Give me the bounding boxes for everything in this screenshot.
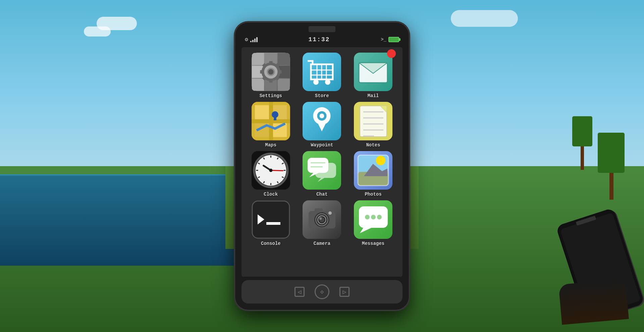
mail-label: Mail	[368, 93, 379, 98]
clock-icon[interactable]	[252, 151, 290, 190]
waypoint-icon[interactable]	[303, 102, 341, 140]
clock-display: 11:32	[308, 36, 330, 43]
app-settings[interactable]: Settings	[247, 53, 295, 98]
app-notes[interactable]: Notes	[349, 102, 397, 148]
settings-icon[interactable]	[252, 53, 290, 91]
cloud-2	[451, 10, 518, 27]
status-bar: ⚙ 11:32 >_	[245, 35, 399, 44]
maps-label: Maps	[265, 142, 277, 148]
chat-label: Chat	[316, 192, 328, 197]
water	[0, 174, 245, 266]
status-left: ⚙	[245, 36, 258, 43]
app-mail[interactable]: Mail	[349, 53, 397, 98]
cloud-1b	[84, 26, 111, 37]
battery-icon	[388, 37, 399, 42]
recent-button[interactable]: ▷	[339, 287, 350, 297]
hand	[543, 198, 644, 332]
camera-icon[interactable]	[303, 200, 341, 239]
notes-label: Notes	[366, 142, 380, 148]
signal-bar-3	[254, 39, 256, 42]
phone-body: ⚙ 11:32 >_	[235, 22, 409, 310]
console-label: Console	[261, 241, 281, 246]
back-button[interactable]: ◁	[294, 287, 305, 297]
phone-speaker	[309, 26, 335, 32]
store-icon[interactable]	[303, 53, 341, 91]
camera-label: Camera	[314, 241, 330, 246]
app-camera[interactable]: Camera	[298, 200, 346, 246]
mail-badge	[387, 49, 396, 58]
mail-icon[interactable]	[354, 53, 392, 91]
clock-label: Clock	[264, 192, 278, 197]
messages-icon[interactable]	[354, 200, 392, 239]
app-grid: Settings Store Mail	[246, 51, 398, 248]
terminal-icon: >_	[381, 37, 386, 42]
app-messages[interactable]: Messages	[349, 200, 397, 246]
settings-status-icon: ⚙	[245, 36, 248, 43]
app-waypoint[interactable]: Waypoint	[298, 102, 346, 148]
settings-label: Settings	[260, 93, 282, 98]
app-chat[interactable]: Chat	[298, 151, 346, 197]
app-maps[interactable]: Maps	[247, 102, 295, 148]
bottom-nav: ◁ ◇ ▷	[241, 280, 402, 304]
palm	[558, 279, 629, 325]
home-button[interactable]: ◇	[315, 284, 329, 299]
app-console[interactable]: Console	[247, 200, 295, 246]
console-icon[interactable]	[252, 200, 290, 239]
app-store[interactable]: Store	[298, 53, 346, 98]
messages-label: Messages	[362, 241, 384, 246]
phone-screen: Settings Store Mail	[241, 47, 402, 277]
status-right: >_	[381, 37, 399, 42]
phone-device: ⚙ 11:32 >_	[235, 22, 409, 310]
waypoint-label: Waypoint	[311, 142, 333, 148]
signal-bar-1	[250, 41, 252, 42]
signal-icon	[250, 37, 258, 42]
store-label: Store	[315, 93, 329, 98]
signal-bar-4	[256, 37, 258, 42]
app-photos[interactable]: Photos	[349, 151, 397, 197]
notes-icon[interactable]	[354, 102, 392, 140]
maps-icon[interactable]	[252, 102, 290, 140]
signal-bar-2	[252, 40, 254, 42]
chat-icon[interactable]	[303, 151, 341, 190]
photos-label: Photos	[365, 192, 381, 197]
app-clock[interactable]: Clock	[247, 151, 295, 197]
hand-area	[517, 97, 644, 332]
photos-icon[interactable]	[354, 151, 392, 190]
